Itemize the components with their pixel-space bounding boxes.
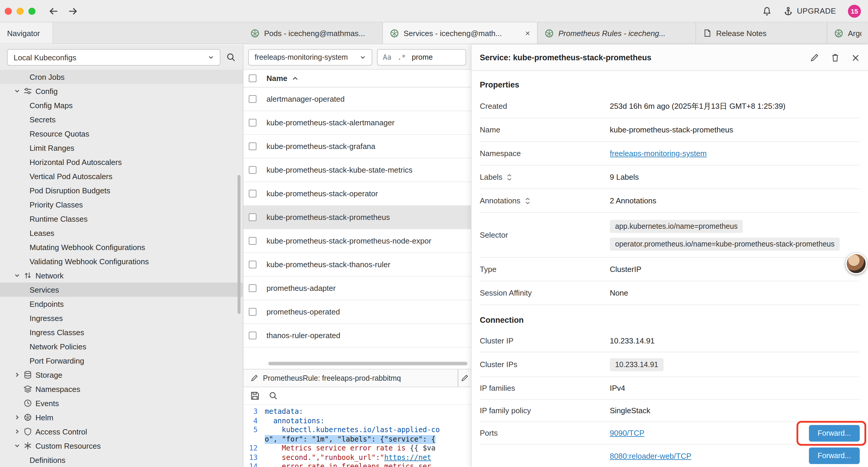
column-header-name[interactable]: Name <box>267 74 287 83</box>
table-row[interactable]: kube-prometheus-stack-kube-state-metrics <box>243 158 471 182</box>
notifications-bell-icon[interactable] <box>762 6 771 16</box>
sidebar-item-cron-jobs[interactable]: Cron Jobs <box>0 70 243 84</box>
table-row[interactable]: kube-prometheus-stack-alertmanager <box>243 111 471 135</box>
namespace-filter-dropdown[interactable]: freeleaps-monitoring-system <box>248 49 372 65</box>
sidebar-item-custom-resources[interactable]: Custom Resources <box>0 439 243 453</box>
forward-button[interactable]: Forward... <box>809 447 860 464</box>
select-all-checkbox[interactable] <box>249 75 256 82</box>
row-checkbox[interactable] <box>249 308 256 316</box>
sidebar-item-services[interactable]: Services <box>0 283 243 297</box>
table-row[interactable]: kube-prometheus-stack-operator <box>243 182 471 206</box>
tab-prometheus-rules[interactable]: Prometheus Rules - icecheng... <box>538 23 696 44</box>
row-checkbox[interactable] <box>249 332 256 339</box>
row-checkbox[interactable] <box>249 143 256 150</box>
sidebar-item-vertical-pod-autoscalers[interactable]: Vertical Pod Autoscalers <box>0 169 243 183</box>
table-row[interactable]: prometheus-adapter <box>243 276 471 300</box>
tab-release-notes[interactable]: Release Notes <box>696 23 827 44</box>
chevron-right-icon[interactable] <box>14 372 24 378</box>
sidebar-item-secrets[interactable]: Secrets <box>0 112 243 126</box>
avatar[interactable] <box>845 253 867 274</box>
minimize-window-button[interactable] <box>17 7 24 14</box>
port-link-9090[interactable]: 9090/TCP <box>610 429 644 437</box>
sidebar-item-ingress-classes[interactable]: Ingress Classes <box>0 325 243 339</box>
yaml-editor[interactable]: 3metadata: 4 annotations: 5 kubectl.kube… <box>243 405 471 467</box>
table-row[interactable]: kube-prometheus-stack-grafana <box>243 135 471 158</box>
tab-argo[interactable]: Argo S <box>827 23 868 44</box>
table-row[interactable]: thanos-ruler-operated <box>243 324 471 348</box>
tab-pods[interactable]: Pods - icecheng@mathmas... <box>243 23 383 44</box>
sidebar-item-endpoints[interactable]: Endpoints <box>0 297 243 311</box>
sidebar-item-port-forwarding[interactable]: Port Forwarding <box>0 353 243 368</box>
regex-toggle[interactable]: .* <box>397 53 406 61</box>
sidebar-item-limit-ranges[interactable]: Limit Ranges <box>0 141 243 155</box>
table-row[interactable]: prometheus-operated <box>243 300 471 324</box>
chevron-down-icon[interactable] <box>14 88 24 94</box>
upgrade-button[interactable]: UPGRADE <box>783 6 836 16</box>
sidebar-item-config-maps[interactable]: Config Maps <box>0 98 243 112</box>
chevron-right-icon[interactable] <box>14 429 24 435</box>
trash-icon[interactable] <box>831 53 840 62</box>
sidebar-item-mutating-webhook-configurations[interactable]: Mutating Webhook Configurations <box>0 240 243 254</box>
sidebar-item-network-policies[interactable]: Network Policies <box>0 339 243 353</box>
sidebar-item-runtime-classes[interactable]: Runtime Classes <box>0 212 243 226</box>
sidebar-item-network[interactable]: Network <box>0 268 243 283</box>
sidebar-item-storage[interactable]: Storage <box>0 368 243 382</box>
row-checkbox[interactable] <box>249 190 256 198</box>
sidebar-item-leases[interactable]: Leases <box>0 226 243 240</box>
row-checkbox[interactable] <box>249 213 256 221</box>
match-case-toggle[interactable]: Aa <box>383 53 392 61</box>
code-line: second.","runbook_url":" <box>265 453 384 462</box>
chevron-right-icon[interactable] <box>14 414 24 420</box>
chevron-down-icon[interactable] <box>14 443 24 449</box>
row-checkbox[interactable] <box>249 119 256 126</box>
sidebar-item-events[interactable]: Events <box>0 396 243 410</box>
sidebar-item-ingresses[interactable]: Ingresses <box>0 311 243 325</box>
table-row[interactable]: kube-prometheus-stack-prometheus-node-ex… <box>243 229 471 253</box>
search-icon[interactable] <box>226 53 236 62</box>
expand-collapse-icon[interactable] <box>507 174 513 181</box>
table-row[interactable]: alertmanager-operated <box>243 87 471 111</box>
horizontal-scrollbar[interactable] <box>243 360 471 367</box>
expand-collapse-icon[interactable] <box>524 197 530 204</box>
namespace-link[interactable]: freeleaps-monitoring-system <box>610 149 707 158</box>
row-checkbox[interactable] <box>249 166 256 174</box>
row-checkbox[interactable] <box>249 261 256 268</box>
tab-services[interactable]: Services - icecheng@math... × <box>383 23 538 44</box>
forward-icon[interactable] <box>68 7 78 15</box>
sidebar-item-priority-classes[interactable]: Priority Classes <box>0 198 243 212</box>
edit-pencil-icon[interactable] <box>810 53 819 62</box>
sidebar-item-config[interactable]: Config <box>0 84 243 98</box>
sidebar-item-pod-disruption-budgets[interactable]: Pod Disruption Budgets <box>0 183 243 198</box>
save-icon[interactable] <box>251 391 259 400</box>
chevron-down-icon[interactable] <box>14 272 24 279</box>
dock-tab-partial[interactable] <box>458 370 471 387</box>
code-line: kubectl.kubernetes.io/last-applied-co <box>265 426 440 435</box>
search-icon[interactable] <box>269 391 278 400</box>
forward-button[interactable]: Forward... <box>809 425 860 441</box>
sidebar-item-namespaces[interactable]: Namespaces <box>0 382 243 396</box>
sidebar-item-definitions[interactable]: Definitions <box>0 453 243 467</box>
row-checkbox[interactable] <box>249 284 256 292</box>
sort-ascending-icon[interactable] <box>292 76 299 81</box>
kubeconfig-selector[interactable]: Local Kubeconfigs <box>7 49 220 66</box>
detail-row-cluster-ip: Cluster IP 10.233.14.91 <box>480 330 860 352</box>
sidebar-item-access-control[interactable]: Access Control <box>0 425 243 439</box>
dock-tab-prometheusrule[interactable]: PrometheusRule: freeleaps-prod-rabbitmq <box>243 370 458 387</box>
sidebar-item-resource-quotas[interactable]: Resource Quotas <box>0 126 243 141</box>
back-icon[interactable] <box>49 7 59 15</box>
close-tab-icon[interactable]: × <box>525 28 530 38</box>
notification-count-badge[interactable]: 15 <box>848 4 861 18</box>
sidebar-item-validating-webhook-configurations[interactable]: Validating Webhook Configurations <box>0 254 243 268</box>
close-window-button[interactable] <box>5 7 12 14</box>
close-icon[interactable] <box>851 54 860 62</box>
port-link-8080[interactable]: 8080:reloader-web/TCP <box>610 451 691 460</box>
sidebar-item-helm[interactable]: Helm <box>0 410 243 425</box>
sidebar-item-horizontal-pod-autoscalers[interactable]: Horizontal Pod Autoscalers <box>0 155 243 169</box>
sidebar-scrollbar[interactable] <box>238 175 241 314</box>
table-row-selected[interactable]: kube-prometheus-stack-prometheus <box>243 206 471 229</box>
maximize-window-button[interactable] <box>28 7 35 14</box>
search-input[interactable]: Aa .* prome <box>377 49 466 65</box>
row-checkbox[interactable] <box>249 95 256 103</box>
table-row[interactable]: kube-prometheus-stack-thanos-ruler <box>243 253 471 276</box>
row-checkbox[interactable] <box>249 237 256 245</box>
